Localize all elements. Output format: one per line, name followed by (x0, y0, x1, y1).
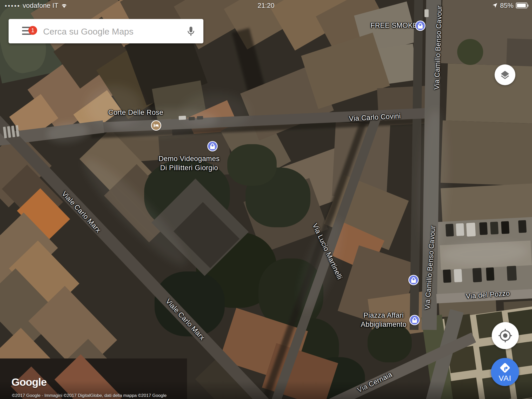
turn-right-diamond-icon (498, 361, 511, 374)
microphone-icon (185, 25, 197, 37)
map-shape (454, 269, 462, 282)
carrier-label: vodafone IT (23, 2, 58, 10)
map-shape (227, 144, 277, 186)
poi-label-line: FREE SMOKE (370, 21, 417, 30)
status-right: 85% (492, 0, 528, 11)
wifi-icon (61, 3, 68, 8)
map-shape (446, 63, 532, 124)
poi-label-piazza_affari[interactable]: Piazza AffariAbbigliamento (361, 311, 407, 329)
notification-badge: 1 (28, 26, 37, 35)
poi-label-line: Demo Videogames (158, 154, 220, 163)
poi-label-line: Piazza Affari (361, 311, 407, 320)
poi-label-free_smoke[interactable]: FREE SMOKE (370, 21, 417, 30)
map-shape (456, 223, 464, 236)
map-shape (450, 377, 480, 399)
status-bar: ●●●●● vodafone IT 21:20 85% (0, 0, 532, 11)
location-services-icon (492, 3, 498, 8)
shopping-bag-icon[interactable] (207, 141, 218, 151)
poi-label-line: Di Pillitteri Giorgio (158, 163, 220, 172)
map-shape (443, 269, 451, 283)
map-shape (490, 222, 498, 235)
map-shape (457, 39, 483, 65)
map-shape (518, 220, 527, 233)
clock-label: 21:20 (257, 0, 274, 11)
poi-label-demo_videogames[interactable]: Demo VideogamesDi Pillitteri Giorgio (158, 154, 220, 172)
map-shape (507, 266, 517, 281)
status-left: ●●●●● vodafone IT (5, 0, 68, 11)
map-shape (473, 268, 482, 282)
map-shape (182, 94, 249, 130)
map-shape (441, 121, 532, 186)
shopping-bag-icon[interactable] (408, 275, 419, 285)
signal-strength-icon: ●●●●● (5, 3, 20, 8)
crosshair-icon (498, 328, 513, 343)
map-shape (501, 221, 509, 234)
satellite-map[interactable]: Via Carlo CoviniVia Camillo Benso Cavour… (0, 0, 532, 399)
map-shape (368, 323, 412, 362)
search-input[interactable] (43, 19, 166, 44)
street-label-marx_top: Viale Carlo Marx (60, 190, 103, 234)
map-shape (445, 224, 454, 237)
vai-button-label: VAI (498, 374, 511, 383)
poi-label-corte_delle_rose[interactable]: Corte Delle Rose (108, 108, 163, 117)
my-location-button[interactable] (492, 322, 519, 349)
battery-icon (516, 3, 528, 8)
layers-icon (499, 69, 511, 81)
voice-search-button[interactable] (185, 25, 197, 37)
battery-percent-label: 85% (500, 2, 514, 10)
google-logo: Google (11, 376, 46, 388)
search-bar[interactable]: 1 (9, 19, 203, 43)
poi-label-line: Abbigliamento (361, 320, 407, 329)
map-shape (86, 86, 143, 127)
poi-label-line: Corte Delle Rose (108, 108, 163, 117)
map-shape (479, 222, 488, 235)
directions-button[interactable]: VAI (491, 358, 519, 386)
map-shape (466, 223, 476, 237)
hotel-icon[interactable] (151, 120, 161, 131)
map-shape (486, 267, 495, 281)
shopping-bag-icon[interactable] (415, 21, 425, 31)
shopping-bag-icon[interactable] (409, 315, 420, 325)
copyright-attribution: ©2017 Google - Immagini ©2017 DigitalGlo… (12, 393, 167, 398)
layers-button[interactable] (495, 64, 515, 85)
